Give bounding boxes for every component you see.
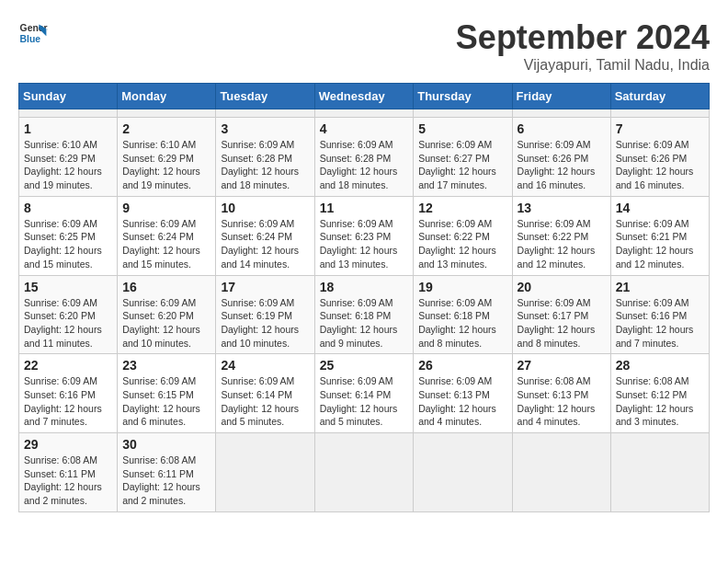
week-row-4: 22Sunrise: 6:09 AMSunset: 6:16 PMDayligh… bbox=[19, 354, 710, 433]
calendar-cell: 5Sunrise: 6:09 AMSunset: 6:27 PMDaylight… bbox=[414, 118, 512, 197]
day-number: 7 bbox=[616, 121, 704, 136]
day-info: Sunrise: 6:09 AMSunset: 6:20 PMDaylight:… bbox=[24, 296, 112, 350]
calendar-cell: 1Sunrise: 6:10 AMSunset: 6:29 PMDaylight… bbox=[19, 118, 118, 197]
day-number: 1 bbox=[24, 121, 112, 136]
day-info: Sunrise: 6:09 AMSunset: 6:16 PMDaylight:… bbox=[616, 296, 704, 350]
day-info: Sunrise: 6:09 AMSunset: 6:27 PMDaylight:… bbox=[418, 138, 506, 192]
calendar-cell bbox=[216, 433, 314, 512]
calendar-cell: 6Sunrise: 6:09 AMSunset: 6:26 PMDaylight… bbox=[512, 118, 610, 197]
day-number: 26 bbox=[418, 358, 506, 373]
day-info: Sunrise: 6:09 AMSunset: 6:26 PMDaylight:… bbox=[616, 138, 704, 192]
day-number: 8 bbox=[24, 201, 112, 215]
weekday-header-tuesday: Tuesday bbox=[216, 84, 314, 109]
day-info: Sunrise: 6:09 AMSunset: 6:18 PMDaylight:… bbox=[418, 296, 506, 350]
day-number: 29 bbox=[24, 437, 112, 452]
week-row-5: 29Sunrise: 6:08 AMSunset: 6:11 PMDayligh… bbox=[19, 433, 710, 512]
day-info: Sunrise: 6:09 AMSunset: 6:18 PMDaylight:… bbox=[320, 296, 409, 350]
day-number: 17 bbox=[221, 280, 309, 294]
day-info: Sunrise: 6:10 AMSunset: 6:29 PMDaylight:… bbox=[24, 138, 112, 192]
calendar-cell bbox=[414, 433, 512, 512]
day-info: Sunrise: 6:09 AMSunset: 6:28 PMDaylight:… bbox=[320, 138, 409, 192]
day-number: 23 bbox=[122, 358, 210, 373]
day-number: 10 bbox=[221, 201, 309, 215]
day-number: 5 bbox=[418, 121, 506, 136]
day-number: 4 bbox=[320, 121, 409, 136]
calendar-cell bbox=[314, 109, 414, 118]
calendar-table: SundayMondayTuesdayWednesdayThursdayFrid… bbox=[18, 83, 710, 512]
day-info: Sunrise: 6:10 AMSunset: 6:29 PMDaylight:… bbox=[122, 138, 210, 192]
day-info: Sunrise: 6:09 AMSunset: 6:21 PMDaylight:… bbox=[616, 217, 704, 271]
day-number: 16 bbox=[122, 280, 210, 294]
day-number: 18 bbox=[320, 280, 409, 294]
day-info: Sunrise: 6:09 AMSunset: 6:20 PMDaylight:… bbox=[122, 296, 210, 350]
day-number: 25 bbox=[320, 358, 409, 373]
calendar-cell bbox=[512, 433, 610, 512]
weekday-header-friday: Friday bbox=[512, 84, 610, 109]
day-info: Sunrise: 6:09 AMSunset: 6:14 PMDaylight:… bbox=[221, 374, 309, 429]
title-area: September 2024 Vijayapuri, Tamil Nadu, I… bbox=[456, 18, 710, 74]
day-info: Sunrise: 6:09 AMSunset: 6:19 PMDaylight:… bbox=[221, 296, 309, 350]
calendar-cell: 17Sunrise: 6:09 AMSunset: 6:19 PMDayligh… bbox=[216, 275, 314, 354]
calendar-cell: 16Sunrise: 6:09 AMSunset: 6:20 PMDayligh… bbox=[118, 275, 216, 354]
calendar-cell: 4Sunrise: 6:09 AMSunset: 6:28 PMDaylight… bbox=[314, 118, 414, 197]
logo-icon: General Blue bbox=[18, 18, 48, 48]
day-number: 9 bbox=[122, 201, 210, 215]
calendar-cell: 21Sunrise: 6:09 AMSunset: 6:16 PMDayligh… bbox=[610, 275, 709, 354]
day-number: 3 bbox=[221, 121, 309, 136]
calendar-cell: 30Sunrise: 6:08 AMSunset: 6:11 PMDayligh… bbox=[118, 433, 216, 512]
day-info: Sunrise: 6:09 AMSunset: 6:22 PMDaylight:… bbox=[418, 217, 506, 271]
day-info: Sunrise: 6:09 AMSunset: 6:13 PMDaylight:… bbox=[418, 374, 506, 429]
day-info: Sunrise: 6:09 AMSunset: 6:15 PMDaylight:… bbox=[122, 374, 210, 429]
calendar-cell: 11Sunrise: 6:09 AMSunset: 6:23 PMDayligh… bbox=[314, 196, 414, 275]
weekday-header-thursday: Thursday bbox=[414, 84, 512, 109]
day-number: 6 bbox=[518, 121, 606, 136]
logo: General Blue bbox=[18, 18, 48, 48]
day-info: Sunrise: 6:09 AMSunset: 6:24 PMDaylight:… bbox=[122, 217, 210, 271]
day-number: 13 bbox=[518, 201, 606, 215]
day-info: Sunrise: 6:09 AMSunset: 6:24 PMDaylight:… bbox=[221, 217, 309, 271]
day-info: Sunrise: 6:08 AMSunset: 6:13 PMDaylight:… bbox=[518, 374, 606, 429]
day-info: Sunrise: 6:09 AMSunset: 6:16 PMDaylight:… bbox=[24, 374, 112, 429]
day-number: 27 bbox=[518, 358, 606, 373]
calendar-cell: 8Sunrise: 6:09 AMSunset: 6:25 PMDaylight… bbox=[19, 196, 118, 275]
calendar-cell bbox=[610, 109, 709, 118]
day-number: 19 bbox=[418, 280, 506, 294]
day-number: 20 bbox=[518, 280, 606, 294]
location: Vijayapuri, Tamil Nadu, India bbox=[456, 57, 710, 74]
calendar-cell bbox=[314, 433, 414, 512]
day-info: Sunrise: 6:09 AMSunset: 6:25 PMDaylight:… bbox=[24, 217, 112, 271]
day-info: Sunrise: 6:08 AMSunset: 6:11 PMDaylight:… bbox=[24, 454, 112, 508]
weekday-header-wednesday: Wednesday bbox=[314, 84, 414, 109]
calendar-cell: 18Sunrise: 6:09 AMSunset: 6:18 PMDayligh… bbox=[314, 275, 414, 354]
calendar-cell: 3Sunrise: 6:09 AMSunset: 6:28 PMDaylight… bbox=[216, 118, 314, 197]
day-number: 2 bbox=[122, 121, 210, 136]
calendar-cell bbox=[414, 109, 512, 118]
day-info: Sunrise: 6:09 AMSunset: 6:17 PMDaylight:… bbox=[518, 296, 606, 350]
weekday-header-monday: Monday bbox=[118, 84, 216, 109]
calendar-cell: 2Sunrise: 6:10 AMSunset: 6:29 PMDaylight… bbox=[118, 118, 216, 197]
week-row-0 bbox=[19, 109, 710, 118]
calendar-cell: 9Sunrise: 6:09 AMSunset: 6:24 PMDaylight… bbox=[118, 196, 216, 275]
weekday-header-row: SundayMondayTuesdayWednesdayThursdayFrid… bbox=[19, 84, 710, 109]
calendar-cell: 27Sunrise: 6:08 AMSunset: 6:13 PMDayligh… bbox=[512, 354, 610, 433]
calendar-cell: 23Sunrise: 6:09 AMSunset: 6:15 PMDayligh… bbox=[118, 354, 216, 433]
day-number: 28 bbox=[616, 358, 704, 373]
calendar-cell: 12Sunrise: 6:09 AMSunset: 6:22 PMDayligh… bbox=[414, 196, 512, 275]
calendar-cell: 15Sunrise: 6:09 AMSunset: 6:20 PMDayligh… bbox=[19, 275, 118, 354]
calendar-cell: 20Sunrise: 6:09 AMSunset: 6:17 PMDayligh… bbox=[512, 275, 610, 354]
day-info: Sunrise: 6:08 AMSunset: 6:12 PMDaylight:… bbox=[616, 374, 704, 429]
day-info: Sunrise: 6:09 AMSunset: 6:14 PMDaylight:… bbox=[320, 374, 409, 429]
week-row-2: 8Sunrise: 6:09 AMSunset: 6:25 PMDaylight… bbox=[19, 196, 710, 275]
calendar-cell: 7Sunrise: 6:09 AMSunset: 6:26 PMDaylight… bbox=[610, 118, 709, 197]
day-number: 21 bbox=[616, 280, 704, 294]
calendar-cell: 25Sunrise: 6:09 AMSunset: 6:14 PMDayligh… bbox=[314, 354, 414, 433]
calendar-cell bbox=[512, 109, 610, 118]
calendar-cell bbox=[216, 109, 314, 118]
svg-text:Blue: Blue bbox=[20, 34, 41, 44]
calendar-cell: 28Sunrise: 6:08 AMSunset: 6:12 PMDayligh… bbox=[610, 354, 709, 433]
calendar-cell bbox=[118, 109, 216, 118]
day-number: 22 bbox=[24, 358, 112, 373]
calendar-cell: 22Sunrise: 6:09 AMSunset: 6:16 PMDayligh… bbox=[19, 354, 118, 433]
day-info: Sunrise: 6:08 AMSunset: 6:11 PMDaylight:… bbox=[122, 454, 210, 508]
day-info: Sunrise: 6:09 AMSunset: 6:22 PMDaylight:… bbox=[518, 217, 606, 271]
